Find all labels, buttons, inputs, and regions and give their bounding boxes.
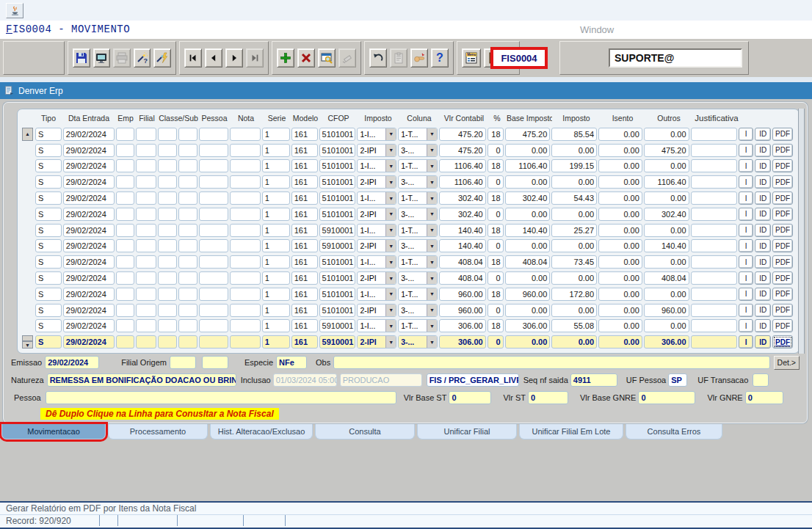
delete-record-button[interactable] <box>297 48 315 68</box>
cell-outros[interactable]: 408.04 <box>644 271 689 285</box>
cell-imposto[interactable]: 55.08 <box>551 319 597 332</box>
cell-filial[interactable] <box>136 128 156 141</box>
cell-sub[interactable] <box>178 271 197 285</box>
cell-filial[interactable] <box>136 191 156 205</box>
cell-tipo[interactable]: S <box>35 159 62 172</box>
cell-pessoa[interactable] <box>199 191 228 205</box>
cell-imposto[interactable]: 0.00 <box>551 144 597 157</box>
cell-cfop[interactable]: 5101001 <box>319 255 356 269</box>
vlr-gnre-field[interactable]: 0 <box>745 391 783 404</box>
cell-tipo[interactable]: S <box>35 271 62 285</box>
cell-base-imposto[interactable]: 0.00 <box>505 335 551 349</box>
coluna-select[interactable]: 3-...▼ <box>398 304 438 317</box>
tab-unificar-filial[interactable]: Unificar Filial <box>417 424 517 439</box>
scroll-down-button[interactable]: ▼ <box>22 341 33 349</box>
cell-percent[interactable]: 18 <box>487 288 504 301</box>
cell-nota[interactable] <box>230 239 261 252</box>
tab-consulta[interactable]: Consulta <box>315 424 415 439</box>
pdf-button[interactable]: PDF <box>772 271 793 285</box>
print-button[interactable] <box>113 48 131 68</box>
item-button[interactable]: I <box>739 175 753 189</box>
cell-vlr-contabil[interactable]: 475.20 <box>439 128 486 141</box>
cell-imposto[interactable]: 0.00 <box>551 175 597 189</box>
cell-imposto[interactable]: 0.00 <box>551 335 597 349</box>
cell-filial[interactable] <box>136 224 156 237</box>
cell-vlr-contabil[interactable]: 1106.40 <box>439 175 486 189</box>
cell-modelo[interactable]: 161 <box>291 128 318 141</box>
item-button[interactable]: I <box>739 224 753 237</box>
item-button[interactable]: I <box>739 191 753 205</box>
cell-vlr-contabil[interactable]: 140.40 <box>439 224 486 237</box>
item-button[interactable]: I <box>739 128 753 141</box>
vlr-base-st-field[interactable]: 0 <box>449 391 491 404</box>
cell-filial[interactable] <box>136 208 156 221</box>
cell-cfop[interactable]: 5101001 <box>319 144 356 157</box>
save-button[interactable] <box>73 48 90 68</box>
vlr-base-gnre-field[interactable]: 0 <box>638 391 695 404</box>
cell-justificativa[interactable] <box>691 335 738 349</box>
cell-serie[interactable]: 1 <box>262 159 290 172</box>
cell-filial[interactable] <box>136 271 156 285</box>
wand-help-button[interactable]: ? <box>134 48 151 68</box>
grid-vertical-scrollbar[interactable] <box>798 109 805 354</box>
cell-classe[interactable] <box>158 144 177 157</box>
cell-emp[interactable] <box>116 304 135 317</box>
pdf-button[interactable]: PDF <box>772 255 793 269</box>
id-button[interactable]: ID <box>755 319 771 332</box>
uf-pessoa-field[interactable]: SP <box>668 373 687 387</box>
cell-modelo[interactable]: 161 <box>291 335 318 349</box>
imposto-select[interactable]: 1-I...▼ <box>357 288 396 301</box>
item-button[interactable]: I <box>739 319 753 332</box>
cell-nota[interactable] <box>230 271 261 285</box>
cell-base-imposto[interactable]: 302.40 <box>505 191 551 205</box>
cell-vlr-contabil[interactable]: 960.00 <box>439 288 486 301</box>
imposto-select[interactable]: 2-IPI▼ <box>357 239 396 252</box>
id-button[interactable]: ID <box>755 191 771 205</box>
item-button[interactable]: I <box>739 208 753 221</box>
cell-classe[interactable] <box>158 319 177 332</box>
coluna-select[interactable]: 3-...▼ <box>398 271 438 285</box>
scroll-thumb[interactable] <box>22 335 33 341</box>
cell-percent[interactable]: 18 <box>487 128 504 141</box>
cell-justificativa[interactable] <box>691 191 738 205</box>
item-button[interactable]: I <box>739 271 753 285</box>
cell-classe[interactable] <box>158 128 177 141</box>
pdf-button[interactable]: PDF <box>772 304 793 317</box>
cell-modelo[interactable]: 161 <box>291 304 318 317</box>
imposto-select[interactable]: 2-IPI▼ <box>357 271 396 285</box>
cell-outros[interactable]: 0.00 <box>644 159 689 172</box>
cell-isento[interactable]: 0.00 <box>598 319 642 332</box>
cell-tipo[interactable]: S <box>35 224 62 237</box>
cell-justificativa[interactable] <box>691 159 738 172</box>
previous-record-button[interactable] <box>205 48 222 68</box>
cell-classe[interactable] <box>158 288 177 301</box>
id-button[interactable]: ID <box>755 208 771 221</box>
cell-dta-entrada[interactable]: 29/02/2024 <box>63 255 115 269</box>
cell-filial[interactable] <box>136 288 156 301</box>
cell-isento[interactable]: 0.00 <box>598 191 642 205</box>
cell-vlr-contabil[interactable]: 408.04 <box>439 255 486 269</box>
cell-vlr-contabil[interactable]: 140.40 <box>439 239 486 252</box>
cell-isento[interactable]: 0.00 <box>598 144 642 157</box>
cell-justificativa[interactable] <box>691 304 738 317</box>
seq-nf-field[interactable]: 4911 <box>570 373 617 387</box>
coluna-select[interactable]: 3-...▼ <box>398 208 438 221</box>
cell-dta-entrada[interactable]: 29/02/2024 <box>63 239 115 252</box>
cell-percent[interactable]: 18 <box>487 255 504 269</box>
cell-pessoa[interactable] <box>199 239 228 252</box>
pdf-button[interactable]: PDF <box>772 239 793 252</box>
natureza-field[interactable]: REMESSA EM BONIFICAÇÃO DOACAO OU BRINDE <box>47 373 236 387</box>
cell-outros[interactable]: 1106.40 <box>644 175 689 189</box>
cell-classe[interactable] <box>158 224 177 237</box>
cell-serie[interactable]: 1 <box>262 224 290 237</box>
cell-emp[interactable] <box>116 159 135 172</box>
pdf-button[interactable]: PDF <box>772 175 793 189</box>
item-button[interactable]: I <box>739 159 753 172</box>
coluna-select[interactable]: 3-...▼ <box>398 144 438 157</box>
cell-isento[interactable]: 0.00 <box>598 288 642 301</box>
cell-pessoa[interactable] <box>199 159 228 172</box>
cell-percent[interactable]: 0 <box>487 208 504 221</box>
cell-outros[interactable]: 475.20 <box>644 144 689 157</box>
cell-modelo[interactable]: 161 <box>291 288 318 301</box>
screen-button[interactable] <box>93 48 111 68</box>
